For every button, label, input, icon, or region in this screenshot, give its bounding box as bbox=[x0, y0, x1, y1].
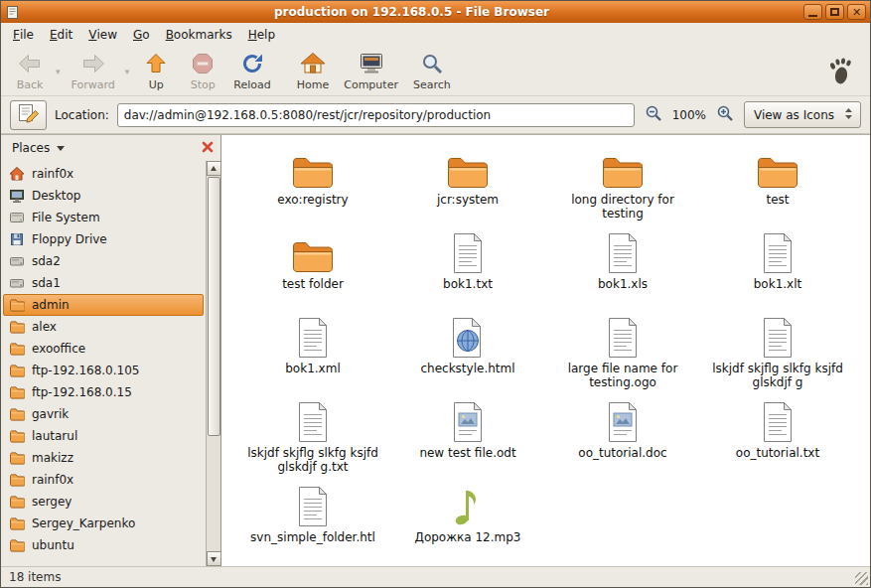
close-button[interactable]: ✕ bbox=[847, 4, 866, 20]
file-name: oo_tutorial.doc bbox=[578, 446, 666, 460]
location-input[interactable] bbox=[117, 103, 635, 127]
file-item[interactable]: test folder bbox=[238, 227, 387, 291]
places-menu-button[interactable]: Places bbox=[6, 139, 71, 157]
file-item[interactable]: bok1.xml bbox=[238, 312, 387, 375]
sidebar-item-label: ftp-192.168.0.15 bbox=[32, 385, 132, 399]
back-button[interactable]: Back bbox=[7, 49, 53, 93]
sidebar-item-ftp-192-168-0-105[interactable]: ftp-192.168.0.105 bbox=[3, 360, 204, 381]
search-button[interactable]: Search bbox=[406, 49, 458, 93]
sidebar-item-ubuntu[interactable]: ubuntu bbox=[3, 534, 204, 556]
file-item[interactable]: jcr:system bbox=[393, 143, 542, 207]
sidebar-item-sergey-karpenko[interactable]: Sergey_Karpenko bbox=[3, 513, 204, 534]
sidebar-item-label: rainf0x bbox=[32, 473, 73, 487]
drive-icon bbox=[9, 253, 25, 269]
text-icon bbox=[296, 481, 330, 527]
file-view[interactable]: exo:registryjcr:systemlong directory for… bbox=[221, 135, 870, 566]
titlebar[interactable]: production on 192.168.0.5 - File Browser… bbox=[1, 1, 870, 23]
file-item[interactable]: new test file.odt bbox=[393, 396, 542, 460]
file-name: bok1.xlt bbox=[754, 277, 802, 291]
sidebar-item-admin[interactable]: admin bbox=[3, 294, 204, 316]
resize-grip[interactable] bbox=[855, 572, 868, 585]
menu-help[interactable]: Help bbox=[240, 23, 283, 47]
sidebar-item-exooffice[interactable]: exooffice bbox=[3, 338, 204, 360]
menu-edit[interactable]: Edit bbox=[42, 23, 80, 47]
maximize-button[interactable] bbox=[825, 4, 844, 20]
view-mode-value: View as Icons bbox=[754, 108, 834, 122]
sidebar-item-lautarul[interactable]: lautarul bbox=[3, 425, 204, 447]
sidebar-item-floppy-drive[interactable]: Floppy Drive bbox=[3, 228, 204, 250]
sidebar-item-label: Sergey_Karpenko bbox=[32, 516, 135, 530]
audio-icon bbox=[450, 481, 486, 527]
file-item[interactable]: svn_simple_folder.htl bbox=[238, 481, 387, 544]
scroll-up-button[interactable] bbox=[207, 161, 221, 176]
zoom-in-icon bbox=[716, 104, 734, 125]
zoom-out-button[interactable] bbox=[643, 103, 664, 127]
file-item[interactable]: exo:registry bbox=[238, 143, 387, 207]
home-button[interactable]: Home bbox=[290, 49, 336, 93]
forward-button[interactable]: Forward bbox=[65, 49, 122, 93]
file-item[interactable]: Дорожка 12.mp3 bbox=[393, 481, 542, 544]
folder-icon bbox=[9, 406, 25, 422]
folder-icon bbox=[9, 537, 25, 553]
file-name: exo:registry bbox=[277, 193, 348, 207]
menu-go[interactable]: Go bbox=[125, 23, 158, 47]
sidebar-item-ftp-192-168-0-15[interactable]: ftp-192.168.0.15 bbox=[3, 381, 204, 403]
sidebar-item-label: Floppy Drive bbox=[32, 232, 107, 246]
menu-file[interactable]: File bbox=[5, 23, 42, 47]
sidebar-item-makizz[interactable]: makizz bbox=[3, 447, 204, 469]
file-item[interactable]: lskjdf skjflg slkfg ksjfd glskdjf g bbox=[703, 312, 852, 389]
reload-button[interactable]: Reload bbox=[226, 49, 277, 93]
file-item[interactable]: large file name for testing.ogo bbox=[548, 312, 697, 389]
sidebar-item-file-system[interactable]: File System bbox=[3, 207, 204, 228]
file-item[interactable]: bok1.xlt bbox=[703, 227, 852, 291]
desktop-icon bbox=[9, 188, 25, 204]
up-button[interactable]: Up bbox=[133, 49, 179, 93]
folder-icon bbox=[9, 363, 25, 378]
sidebar-item-sda2[interactable]: sda2 bbox=[3, 250, 204, 272]
sidebar-scrollbar[interactable] bbox=[206, 161, 220, 566]
menu-view[interactable]: View bbox=[80, 23, 125, 47]
location-toggle-button[interactable] bbox=[10, 100, 47, 130]
sidebar-item-desktop[interactable]: Desktop bbox=[3, 185, 204, 207]
folder-icon bbox=[291, 227, 335, 274]
computer-button[interactable]: Computer bbox=[337, 49, 405, 93]
home-icon bbox=[300, 51, 326, 76]
scroll-down-button[interactable] bbox=[207, 551, 221, 566]
view-mode-select[interactable]: View as Icons bbox=[744, 101, 861, 128]
zoom-in-button[interactable] bbox=[714, 103, 736, 127]
scrollbar-thumb[interactable] bbox=[208, 177, 220, 436]
stop-button[interactable]: Stop bbox=[180, 49, 225, 93]
back-history-dropdown[interactable]: ▾ bbox=[53, 67, 64, 76]
file-item[interactable]: oo_tutorial.doc bbox=[548, 396, 697, 460]
sidebar-item-sergey[interactable]: sergey bbox=[3, 491, 204, 513]
forward-history-dropdown[interactable]: ▾ bbox=[122, 67, 133, 76]
file-item[interactable]: bok1.xls bbox=[548, 227, 697, 291]
sidebar-item-alex[interactable]: alex bbox=[3, 316, 204, 338]
sidebar-item-label: gavrik bbox=[32, 407, 69, 421]
file-item[interactable]: oo_tutorial.txt bbox=[703, 396, 852, 460]
file-name: svn_simple_folder.htl bbox=[250, 530, 375, 544]
sidebar-item-sda1[interactable]: sda1 bbox=[3, 272, 204, 294]
file-item[interactable]: long directory for testing bbox=[548, 143, 697, 220]
sidebar-close-button[interactable] bbox=[200, 139, 216, 158]
sidebar-item-label: makizz bbox=[32, 451, 73, 465]
file-item[interactable]: bok1.txt bbox=[393, 227, 542, 291]
text-icon bbox=[761, 396, 795, 443]
file-name: test bbox=[766, 193, 789, 207]
home-label: Home bbox=[297, 78, 329, 91]
menu-bookmarks[interactable]: Bookmarks bbox=[158, 23, 240, 47]
file-item[interactable]: lskjdf skjflg slkfg ksjfd glskdjf g.txt bbox=[238, 396, 387, 474]
sidebar-item-gavrik[interactable]: gavrik bbox=[3, 403, 204, 425]
minimize-button[interactable] bbox=[803, 4, 822, 20]
text-icon bbox=[296, 312, 330, 359]
sidebar-item-rainf0x[interactable]: rainf0x bbox=[3, 469, 204, 491]
file-item[interactable]: test bbox=[703, 143, 852, 207]
sidebar-item-rainf0x[interactable]: rainf0x bbox=[3, 163, 204, 185]
text-icon bbox=[761, 312, 795, 359]
search-label: Search bbox=[413, 78, 451, 91]
floppy-icon bbox=[9, 231, 25, 247]
forward-arrow-icon bbox=[80, 51, 106, 76]
file-name: test folder bbox=[282, 277, 344, 291]
file-item[interactable]: checkstyle.html bbox=[393, 312, 542, 375]
sidebar-item-label: sda1 bbox=[32, 276, 61, 290]
